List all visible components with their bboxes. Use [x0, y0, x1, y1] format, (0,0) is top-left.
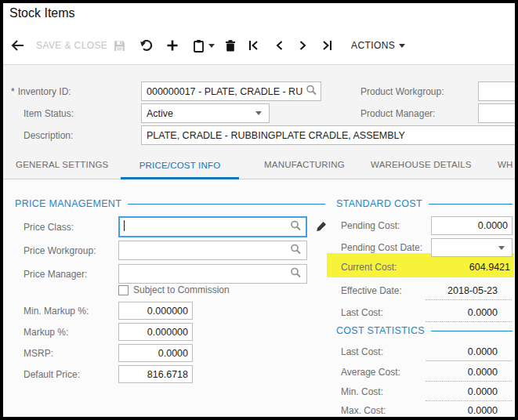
actions-label: ACTIONS [351, 40, 395, 51]
average-cost-value: 0.0000 [468, 367, 498, 378]
magnifier-icon[interactable] [306, 84, 317, 99]
default-price-label-row: Default Price: [24, 365, 80, 383]
pending-cost-date-label-row: Pending Cost Date: [341, 238, 422, 257]
save-button[interactable] [113, 37, 126, 54]
add-button[interactable] [166, 37, 179, 54]
undo-icon [139, 39, 154, 52]
subject-to-commission-label: Subject to Commission [133, 284, 230, 295]
price-workgroup-input[interactable] [118, 241, 307, 260]
min-markup-input[interactable] [118, 302, 193, 320]
magnifier-icon[interactable] [290, 243, 302, 258]
back-arrow-icon [11, 39, 25, 52]
current-cost-label-row: Current Cost: [341, 258, 397, 277]
description-input[interactable] [141, 125, 516, 145]
go-last-button[interactable] [321, 37, 333, 54]
price-management-section-header: PRICE MANAGEMENT [15, 198, 325, 209]
price-workgroup-label: Price Workgroup: [24, 245, 96, 256]
required-mark: * [11, 86, 15, 97]
inventory-id-lookup [141, 81, 321, 101]
item-status-select[interactable]: Active [141, 103, 270, 123]
magnifier-icon[interactable] [290, 219, 302, 234]
chevron-right-icon [298, 39, 308, 52]
delete-button[interactable] [224, 37, 237, 54]
sc-last-cost-label: Last Cost: [341, 307, 383, 318]
actions-button[interactable]: ACTIONS [351, 37, 405, 54]
min-cost-label-row: Min. Cost: [341, 382, 383, 401]
msrp-label: MSRP: [24, 348, 53, 359]
cs-last-cost-label-row: Last Cost: [341, 342, 383, 361]
pending-cost-input[interactable] [431, 216, 513, 235]
go-next-button[interactable] [298, 37, 308, 54]
cs-last-cost-label: Last Cost: [341, 346, 383, 357]
section-divider-line [429, 204, 513, 205]
section-divider-line [128, 204, 325, 205]
stock-items-window: Stock Items SAVE & CLOSE [0, 0, 518, 420]
save-close-button[interactable]: SAVE & CLOSE [36, 37, 107, 54]
price-class-label-row: Price Class: [24, 216, 74, 237]
plus-icon [166, 39, 179, 52]
product-manager-label: Product Manager: [360, 108, 435, 119]
price-management-heading: PRICE MANAGEMENT [15, 198, 121, 209]
edit-pencil-icon[interactable] [315, 220, 328, 236]
tab-general-settings[interactable]: GENERAL SETTINGS [16, 160, 108, 169]
actions-caret-icon [399, 44, 405, 48]
msrp-label-row: MSRP: [24, 344, 53, 362]
pending-cost-date-caret-icon [498, 246, 505, 250]
average-cost-label-row: Average Cost: [341, 363, 400, 382]
min-markup-label-row: Min. Markup %: [24, 302, 89, 320]
average-cost-label: Average Cost: [341, 367, 400, 378]
subject-to-commission-checkbox[interactable] [118, 285, 129, 295]
price-class-lookup [118, 216, 307, 237]
effective-date-label: Effective Date: [341, 285, 402, 296]
msrp-input[interactable] [118, 344, 193, 362]
chevron-left-icon [274, 39, 284, 52]
price-cost-tab-content: PRICE MANAGEMENT Price Class: Price Work… [3, 179, 515, 417]
product-workgroup-input[interactable] [478, 81, 518, 101]
inventory-id-input[interactable] [141, 81, 321, 101]
back-button[interactable] [11, 37, 25, 54]
markup-input[interactable] [118, 323, 193, 341]
pending-cost-label: Pending Cost: [341, 220, 400, 231]
clipboard-caret-icon [208, 44, 215, 48]
clipboard-button[interactable] [193, 37, 215, 54]
summary-area: * Inventory ID: Item Status: Active Desc… [3, 64, 515, 154]
save-floppy-icon [113, 39, 126, 52]
tab-where-used[interactable]: WH [498, 160, 513, 169]
tab-warehouse-details[interactable]: WAREHOUSE DETAILS [371, 160, 472, 169]
undo-button[interactable] [139, 37, 154, 54]
min-cost-value: 0.0000 [468, 386, 498, 397]
tab-price-cost-info[interactable]: PRICE/COST INFO [121, 154, 239, 179]
sc-last-cost-label-row: Last Cost: [341, 303, 383, 322]
price-class-label: Price Class: [24, 222, 74, 233]
item-status-caret-icon [255, 111, 262, 115]
description-label: Description: [24, 130, 73, 141]
standard-cost-heading: STANDARD COST [336, 198, 422, 209]
go-first-button[interactable] [248, 37, 259, 54]
clipboard-icon [193, 39, 205, 52]
min-cost-value-row: 0.0000 [426, 382, 512, 401]
price-manager-label: Price Manager: [24, 269, 87, 280]
description-label-row: Description: [24, 125, 73, 145]
go-previous-button[interactable] [274, 37, 284, 54]
price-class-input[interactable] [118, 216, 307, 237]
min-markup-label: Min. Markup %: [24, 306, 89, 317]
price-manager-input[interactable] [118, 264, 307, 284]
default-price-input[interactable] [118, 365, 193, 383]
current-cost-label: Current Cost: [341, 262, 397, 273]
product-manager-input[interactable] [478, 103, 518, 123]
cs-last-cost-value: 0.0000 [468, 346, 498, 357]
price-workgroup-label-row: Price Workgroup: [24, 241, 96, 260]
pending-cost-date-select[interactable] [431, 238, 513, 257]
first-record-icon [248, 39, 259, 52]
tab-manufacturing[interactable]: MANUFACTURING [264, 160, 345, 169]
sc-last-cost-value-row: 0.0000 [426, 303, 512, 322]
inventory-id-label-row: * Inventory ID: [11, 81, 71, 101]
average-cost-value-row: 0.0000 [426, 363, 512, 382]
effective-date-label-row: Effective Date: [341, 281, 402, 300]
effective-date-value: 2018-05-23 [447, 285, 498, 296]
pending-cost-label-row: Pending Cost: [341, 216, 400, 235]
product-workgroup-label-row: Product Workgroup: [360, 81, 444, 101]
magnifier-icon[interactable] [290, 266, 302, 281]
item-status-label: Item Status: [24, 108, 74, 119]
last-record-icon [321, 39, 333, 52]
